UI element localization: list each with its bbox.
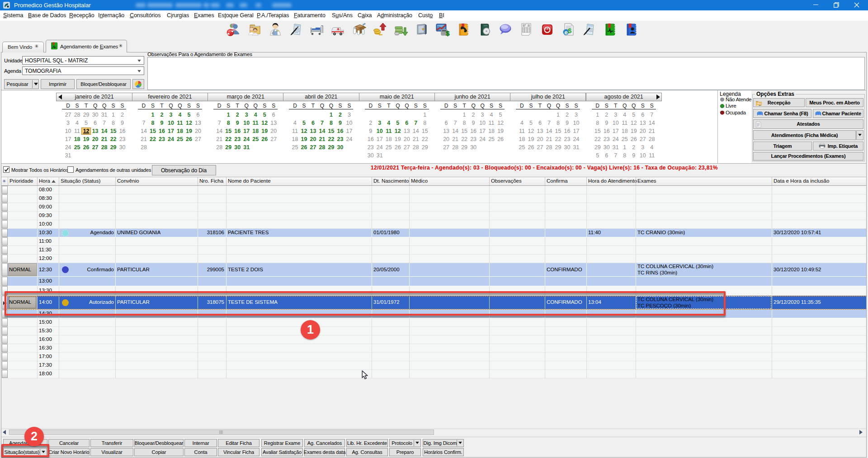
svg-text:e: e	[565, 29, 568, 36]
svg-text:$: $	[446, 29, 450, 37]
svg-text:$: $	[568, 27, 572, 34]
